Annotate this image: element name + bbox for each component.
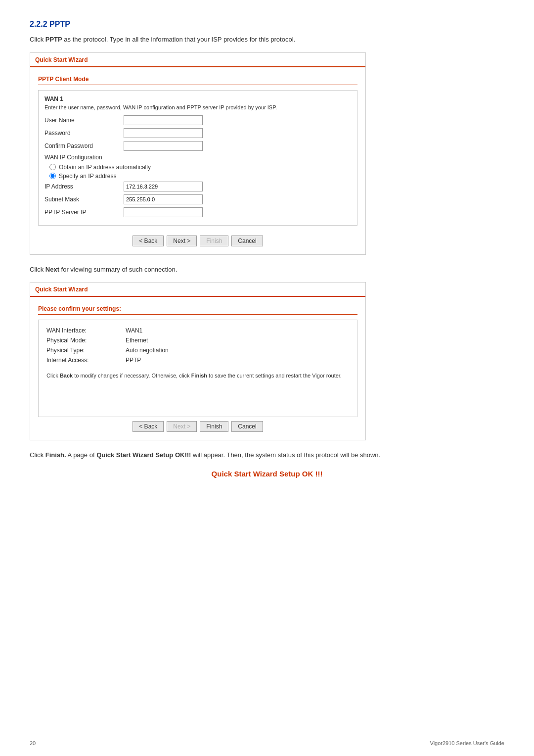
desc-pptp-bold: PPTP — [45, 36, 62, 43]
footer-page-number: 20 — [30, 740, 36, 746]
summary-label-physical-type: Physical Type: — [46, 347, 126, 354]
summary-label-wan-interface: WAN Interface: — [46, 327, 126, 334]
wizard2-next-button[interactable]: Next > — [167, 421, 197, 432]
confirm-password-row: Confirm Password — [44, 141, 351, 151]
subnet-mask-input[interactable] — [124, 194, 203, 204]
note-mid: to modify changes if necessary. Otherwis… — [73, 373, 191, 378]
mode-header-label: PPTP Client Mode — [38, 76, 89, 83]
summary-header: Please confirm your settings: — [38, 303, 357, 315]
footer-product-name: Vigor2910 Series User's Guide — [430, 740, 504, 746]
section-desc: Click PPTP as the protocol. Type in all … — [30, 35, 504, 45]
summary-note: Click Back to modify changes if necessar… — [46, 372, 349, 380]
click-finish-desc: Click Finish. A page of Quick Start Wiza… — [30, 450, 504, 460]
radio-specify-ip-row: Specify an IP address — [49, 173, 351, 180]
wizard-title-1: Quick Start Wizard — [35, 56, 88, 63]
summary-value-physical-type: Auto negotiation — [126, 347, 169, 354]
summary-row-wan-interface: WAN Interface: WAN1 — [46, 327, 349, 334]
wizard-content-1: PPTP Client Mode WAN 1 Enter the user na… — [30, 67, 365, 254]
radio-obtain-auto-label: Obtain an IP address automatically — [59, 164, 151, 171]
radio-specify-ip-label: Specify an IP address — [59, 173, 117, 180]
click-finish-bold2: Quick Start Wizard Setup OK!!! — [96, 451, 191, 459]
wan-section: WAN 1 Enter the user name, password, WAN… — [38, 90, 357, 226]
ip-address-row: IP Address — [44, 182, 351, 191]
radio-obtain-auto[interactable] — [49, 164, 56, 170]
click-next-desc: Click Next for viewing summary of such c… — [30, 265, 504, 275]
radio-specify-ip[interactable] — [49, 173, 56, 179]
wizard2-back-button[interactable]: < Back — [133, 421, 164, 432]
ip-address-label: IP Address — [44, 183, 124, 190]
password-row: Password — [44, 128, 351, 138]
confirm-password-label: Confirm Password — [44, 142, 124, 149]
ip-address-input[interactable] — [124, 182, 203, 191]
note-end: to save the current settings and restart… — [207, 373, 342, 378]
setup-ok-message: Quick Start Wizard Setup OK !!! — [30, 470, 504, 478]
user-name-row: User Name — [44, 115, 351, 125]
wizard1-finish-button[interactable]: Finish — [200, 236, 228, 246]
wizard1-cancel-button[interactable]: Cancel — [231, 236, 263, 246]
pptp-server-ip-label: PPTP Server IP — [44, 209, 124, 216]
summary-value-physical-mode: Ethernet — [126, 337, 148, 344]
wizard1-btn-row: < Back Next > Finish Cancel — [38, 232, 357, 248]
radio-obtain-auto-row: Obtain an IP address automatically — [49, 164, 351, 171]
click-next-prefix: Click — [30, 266, 45, 273]
click-finish-bold: Finish. — [45, 451, 66, 459]
summary-value-internet-access: PPTP — [126, 357, 141, 364]
summary-value-wan-interface: WAN1 — [126, 327, 142, 334]
summary-row-internet-access: Internet Access: PPTP — [46, 357, 349, 364]
click-finish-rest: A page of — [66, 451, 96, 459]
password-label: Password — [44, 130, 124, 137]
subnet-mask-row: Subnet Mask — [44, 194, 351, 204]
wan-title: WAN 1 — [44, 95, 351, 102]
note-prefix: Click — [46, 373, 60, 378]
user-name-input[interactable] — [124, 115, 203, 125]
wan-desc: Enter the user name, password, WAN IP co… — [44, 104, 351, 110]
password-input[interactable] — [124, 128, 203, 138]
summary-label-physical-mode: Physical Mode: — [46, 337, 126, 344]
desc-suffix: as the protocol. Type in all the informa… — [62, 36, 295, 43]
wizard2-btn-row: < Back Next > Finish Cancel — [38, 417, 357, 434]
confirm-password-input[interactable] — [124, 141, 203, 151]
summary-label-internet-access: Internet Access: — [46, 357, 126, 364]
summary-header-label: Please confirm your settings: — [38, 305, 121, 312]
summary-row-physical-mode: Physical Mode: Ethernet — [46, 337, 349, 344]
wizard1-back-button[interactable]: < Back — [133, 236, 164, 246]
note-finish-bold: Finish — [191, 373, 207, 378]
page-footer: 20 Vigor2910 Series User's Guide — [30, 740, 504, 746]
mode-header: PPTP Client Mode — [38, 73, 357, 85]
click-next-suffix: for viewing summary of such connection. — [59, 266, 177, 273]
wizard-title-bar-1: Quick Start Wizard — [30, 53, 365, 67]
click-finish-prefix: Click — [30, 451, 45, 459]
pptp-server-ip-row: PPTP Server IP — [44, 207, 351, 217]
subnet-mask-label: Subnet Mask — [44, 196, 124, 203]
desc-prefix: Click — [30, 36, 45, 43]
summary-inner: WAN Interface: WAN1 Physical Mode: Ether… — [38, 320, 357, 417]
user-name-label: User Name — [44, 117, 124, 124]
wan-ip-config-label: WAN IP Configuration — [44, 154, 351, 161]
wizard-content-2: Please confirm your settings: WAN Interf… — [30, 297, 365, 440]
wizard2-cancel-button[interactable]: Cancel — [231, 421, 263, 432]
summary-row-physical-type: Physical Type: Auto negotiation — [46, 347, 349, 354]
click-next-bold: Next — [45, 266, 59, 273]
section-heading: 2.2.2 PPTP — [30, 20, 504, 29]
wizard-box-1: Quick Start Wizard PPTP Client Mode WAN … — [30, 52, 366, 255]
wizard2-finish-button[interactable]: Finish — [200, 421, 228, 432]
pptp-server-ip-input[interactable] — [124, 207, 203, 217]
wizard-title-bar-2: Quick Start Wizard — [30, 283, 365, 297]
wizard-title-2: Quick Start Wizard — [35, 286, 88, 293]
wizard-box-2: Quick Start Wizard Please confirm your s… — [30, 282, 366, 440]
click-finish-end: will appear. Then, the system status of … — [191, 451, 380, 459]
wizard1-next-button[interactable]: Next > — [167, 236, 197, 246]
note-back-bold: Back — [60, 373, 73, 378]
